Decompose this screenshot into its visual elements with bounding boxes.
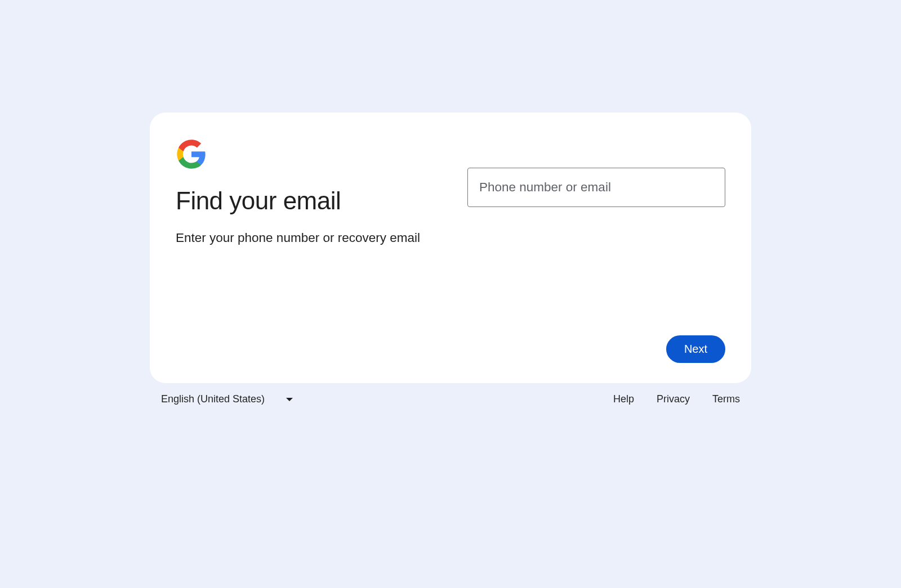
- button-row: Next: [176, 335, 725, 363]
- footer: English (United States) Help Privacy Ter…: [150, 393, 751, 405]
- input-wrapper: [467, 168, 725, 207]
- next-button[interactable]: Next: [666, 335, 725, 363]
- language-selector[interactable]: English (United States): [161, 393, 293, 405]
- phone-or-email-input[interactable]: [467, 168, 725, 207]
- signin-card: Find your email Enter your phone number …: [150, 113, 751, 383]
- left-column: Find your email Enter your phone number …: [176, 138, 434, 245]
- chevron-down-icon: [286, 398, 293, 401]
- google-logo-icon: [176, 138, 207, 170]
- right-column: [467, 138, 725, 245]
- content-row: Find your email Enter your phone number …: [176, 138, 725, 245]
- privacy-link[interactable]: Privacy: [657, 393, 690, 405]
- terms-link[interactable]: Terms: [712, 393, 740, 405]
- page-subtitle: Enter your phone number or recovery emai…: [176, 231, 434, 245]
- page-title: Find your email: [176, 187, 434, 215]
- footer-links: Help Privacy Terms: [613, 393, 740, 405]
- help-link[interactable]: Help: [613, 393, 634, 405]
- language-label: English (United States): [161, 393, 265, 405]
